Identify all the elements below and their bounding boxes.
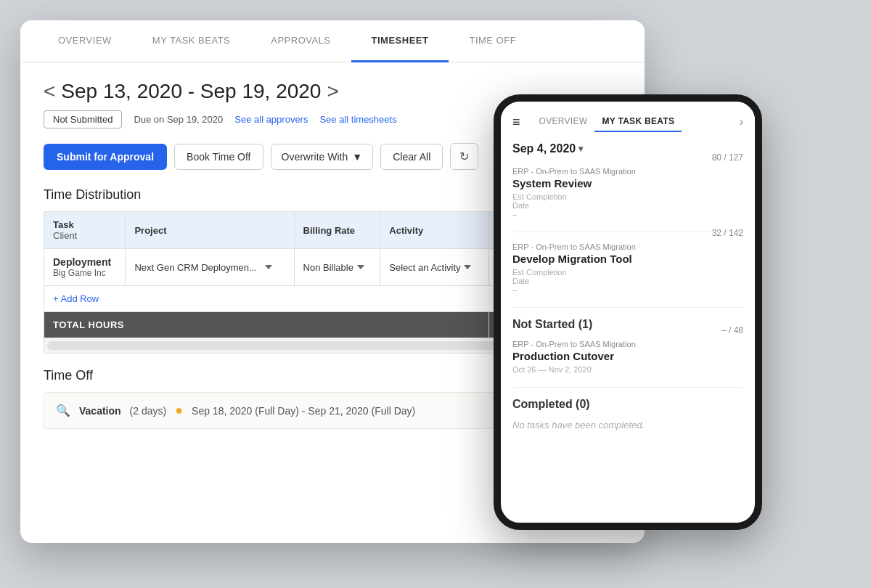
- timeoff-dot-icon: ●: [175, 403, 183, 418]
- mobile-tab-overview[interactable]: OVERVIEW: [532, 112, 595, 132]
- task-beat-dates-3: Oct 26 — Nov 2, 2020: [512, 365, 743, 374]
- timeoff-days: (2 days): [130, 405, 167, 417]
- col-task: Task Client: [44, 212, 126, 249]
- total-label-cell: TOTAL HOURS: [44, 312, 489, 338]
- task-beat-name-3[interactable]: Production Cutover: [512, 350, 743, 362]
- tab-overview[interactable]: OVERVIEW: [38, 20, 132, 62]
- completed-title: Completed (0): [512, 398, 743, 411]
- mobile-date-chevron-icon: ▾: [578, 144, 583, 154]
- task-beat-progress-2: 32 / 142: [712, 228, 743, 238]
- timeoff-dates: Sep 18, 2020 (Full Day) - Sep 21, 2020 (…: [192, 405, 415, 417]
- billing-rate-select[interactable]: Non Billable: [303, 262, 366, 273]
- activity-select[interactable]: Select an Activity: [389, 262, 473, 273]
- mobile-content: Sep 4, 2020 ▾ ERP - On-Prem to SAAS Migr…: [501, 132, 755, 523]
- task-beat-system-review: ERP - On-Prem to SAAS Migration 80 / 127…: [512, 167, 743, 219]
- col-billing-rate: Billing Rate: [294, 212, 380, 249]
- task-beat-sub-1: Est Completion Date –: [512, 192, 743, 219]
- overwrite-chevron-icon: ▼: [352, 151, 362, 163]
- completed-empty-message: No tasks have been completed.: [512, 420, 743, 430]
- activity-cell[interactable]: Select an Activity: [380, 249, 489, 286]
- mobile-card: ≡ OVERVIEW MY TASK BEATS › Sep 4, 2020 ▾…: [494, 94, 762, 530]
- mobile-header: ≡ OVERVIEW MY TASK BEATS ›: [501, 102, 755, 132]
- tab-approvals[interactable]: APPROVALS: [250, 20, 351, 62]
- task-beat-progress-1: 80 / 127: [712, 152, 743, 163]
- divider-1: [512, 232, 743, 232]
- task-beat-name-1[interactable]: System Review: [512, 177, 743, 189]
- book-time-off-button[interactable]: Book Time Off: [174, 144, 263, 170]
- tab-my-task-beats[interactable]: MY TASK BEATS: [132, 20, 250, 62]
- task-beat-meta-1: ERP - On-Prem to SAAS Migration: [512, 167, 636, 176]
- prev-date-button[interactable]: <: [44, 80, 55, 103]
- nav-tabs: OVERVIEW MY TASK BEATS APPROVALS TIMESHE…: [20, 20, 645, 62]
- next-date-button[interactable]: >: [327, 80, 338, 103]
- see-all-approvers-link[interactable]: See all approvers: [234, 114, 308, 125]
- divider-3: [512, 387, 743, 388]
- task-beat-name-2[interactable]: Develop Migration Tool: [512, 253, 743, 265]
- see-all-timesheets-link[interactable]: See all timesheets: [319, 114, 396, 125]
- timeoff-label: Vacation: [79, 405, 121, 417]
- tab-time-off[interactable]: TIME OFF: [449, 20, 536, 62]
- col-activity: Activity: [380, 212, 489, 249]
- mobile-tab-my-task-beats[interactable]: MY TASK BEATS: [594, 112, 682, 132]
- refresh-button[interactable]: ↻: [450, 143, 478, 170]
- task-beat-migration-tool: ERP - On-Prem to SAAS Migration 32 / 142…: [512, 242, 743, 294]
- mobile-tabs: OVERVIEW MY TASK BEATS: [526, 112, 734, 132]
- task-name-cell: Deployment Big Game Inc: [44, 249, 126, 286]
- tab-timesheet[interactable]: TIMESHEET: [351, 20, 449, 62]
- hamburger-icon[interactable]: ≡: [512, 115, 520, 130]
- task-beat-meta-2: ERP - On-Prem to SAAS Migration: [512, 242, 636, 251]
- mobile-date[interactable]: Sep 4, 2020 ▾: [512, 142, 743, 155]
- divider-2: [512, 307, 743, 308]
- date-range-text: Sep 13, 2020 - Sep 19, 2020: [61, 80, 321, 103]
- task-beat-production-cutover: ERP - On-Prem to SAAS Migration – / 48 P…: [512, 340, 743, 374]
- overwrite-with-button[interactable]: Overwrite With ▼: [271, 144, 374, 170]
- due-date-text: Due on Sep 19, 2020: [134, 114, 223, 125]
- billing-rate-cell[interactable]: Non Billable: [294, 249, 380, 286]
- not-started-title: Not Started (1): [512, 318, 743, 331]
- mobile-chevron-icon[interactable]: ›: [740, 115, 743, 128]
- search-icon: 🔍: [56, 404, 70, 417]
- status-badge: Not Submitted: [44, 110, 122, 128]
- add-row-link[interactable]: + Add Row: [53, 293, 99, 304]
- task-beat-meta-3: ERP - On-Prem to SAAS Migration: [512, 340, 636, 348]
- task-beat-sub-2: Est Completion Date –: [512, 268, 743, 294]
- project-select[interactable]: [262, 262, 274, 273]
- clear-all-button[interactable]: Clear All: [380, 144, 443, 170]
- col-project: Project: [126, 212, 294, 249]
- project-cell: Next Gen CRM Deploymen...: [126, 249, 294, 286]
- submit-for-approval-button[interactable]: Submit for Approval: [44, 144, 167, 170]
- task-beat-progress-3: – / 48: [721, 325, 743, 335]
